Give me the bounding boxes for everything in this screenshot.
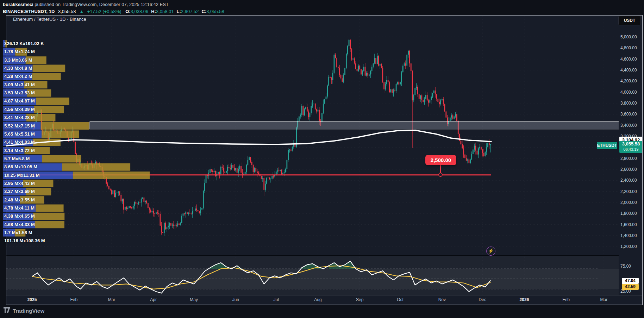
time-tick: Nov: [438, 297, 446, 302]
volume-profile-row: 1.78 Mx1.74 M: [4, 49, 35, 54]
time-tick: 2026: [520, 297, 529, 302]
volume-profile-row: 1.7 Mx1.58 M: [4, 230, 32, 235]
price-tick: 1,200.00: [620, 244, 641, 249]
rsi-ma-value-label: 42.59: [622, 284, 639, 290]
price-tick: 3,800.00: [620, 101, 641, 106]
volume-profile-row: 4.87 Mx4.87 M: [4, 98, 35, 104]
volume-profile-row: 4.38 Mx4.65 M: [4, 213, 35, 219]
pane-separator[interactable]: [6, 255, 619, 256]
price-tick: 4,200.00: [620, 79, 641, 83]
volume-profile-row: 4.78 Mx4.11 M: [4, 205, 35, 211]
symbol-chip: ETHUSDT: [597, 142, 617, 149]
volume-profile-row: 8.66 Mx10.05 M: [4, 164, 37, 169]
price-level-stem: [440, 165, 441, 173]
volume-profile-row: 4.33 Mx4.8 M: [4, 66, 32, 71]
price-tick: 3,400.00: [620, 123, 641, 128]
price-tick: 1,600.00: [620, 222, 641, 227]
price-tick: 2,000.00: [620, 200, 641, 205]
time-tick: Apr: [150, 297, 157, 302]
volume-profile-row: 3.14 Mx3.72 M: [4, 148, 35, 153]
volume-profile-row: 4.28 Mx4.2 M: [4, 74, 32, 79]
price-chart-canvas[interactable]: [0, 0, 644, 318]
price-tick: 4,600.00: [620, 57, 641, 62]
time-tick: Jul: [274, 297, 279, 302]
price-tick: 4,800.00: [620, 45, 641, 50]
volume-profile-total: 101.16 Mx108.36 M: [4, 238, 45, 243]
volume-profile-row: 2.95 Mx4.43 M: [4, 181, 35, 186]
volume-profile-row: 10.25 Mx11.31 M: [4, 173, 39, 178]
volume-profile-row: 2.48 Mx3.55 M: [4, 197, 35, 202]
volume-profile-row: 4.56 Mx4.39 M: [4, 107, 35, 112]
volume-profile-row: 5.7 Mx5.8 M: [4, 156, 30, 161]
volume-profile-row: 3.37 Mx3.69 M: [4, 189, 35, 194]
current-price-label: 3,055.58 06:43:19: [619, 141, 643, 153]
time-tick: Mar: [600, 297, 608, 302]
time-tick: Oct: [397, 297, 404, 302]
time-tick: Dec: [479, 297, 486, 302]
time-tick: Sep: [356, 297, 363, 302]
time-tick: May: [190, 297, 198, 302]
price-tick: 4,000.00: [620, 90, 641, 95]
volume-profile-row: 326.12 Kx191.02 K: [4, 41, 44, 46]
tradingview-screenshot: burakkesmeci published on TradingView.co…: [0, 0, 644, 318]
volume-profile-row: 3.41 Mx4.28 M: [4, 115, 35, 120]
volume-profile-row: 3.53 Mx3.53 M: [4, 90, 35, 95]
volume-profile-row: 5.52 Mx7.15 M: [4, 123, 35, 129]
price-tick: 2,200.00: [620, 189, 641, 194]
volume-profile-row: 3.09 Mx3.41 M: [4, 82, 35, 87]
rsi-scale-top: 75.00: [620, 264, 631, 269]
time-tick: Feb: [562, 297, 570, 302]
volume-profile-row: 5.65 Mx5.51 M: [4, 131, 35, 137]
chart-legend-title[interactable]: Ethereum / TetherUS · 1D · Binance: [13, 17, 86, 22]
time-tick: Mar: [108, 297, 115, 302]
volume-profile-row: 3.3 Mx3.06 M: [4, 57, 32, 63]
price-tick: 1,800.00: [620, 211, 641, 216]
volume-profile-row: 4.41 Mx4.03 M: [4, 139, 35, 145]
volume-profile-row: 4.68 Mx4.33 M: [4, 222, 35, 227]
price-tick: 1,400.00: [620, 233, 641, 238]
rsi-value-label: 47.04: [622, 278, 639, 284]
axis-separator: [6, 295, 642, 295]
bar-countdown: 06:43:19: [619, 147, 643, 152]
price-tick: 5,000.00: [620, 35, 641, 39]
time-tick: Jun: [232, 297, 239, 302]
price-tick: 2,800.00: [620, 156, 641, 161]
time-tick: Aug: [314, 297, 321, 302]
price-level-anchor[interactable]: [438, 173, 443, 177]
price-tick: 4,400.00: [620, 68, 641, 73]
price-tick: 2,400.00: [620, 178, 641, 183]
currency-tag[interactable]: USDT: [618, 16, 641, 25]
boost-lightning-icon[interactable]: ⚡: [486, 247, 495, 256]
time-tick: Feb: [70, 297, 77, 302]
price-tick: 2,600.00: [620, 167, 641, 172]
price-level-label[interactable]: 2,500.00: [425, 155, 456, 165]
current-price-value: 3,055.58: [619, 141, 643, 147]
time-tick: 2025: [27, 297, 37, 302]
price-tick: 3,600.00: [620, 112, 641, 117]
